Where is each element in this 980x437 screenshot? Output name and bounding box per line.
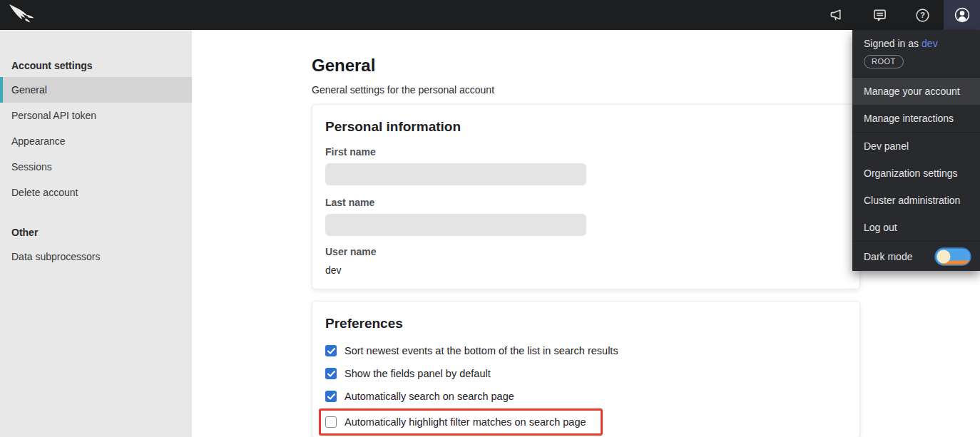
- crowdstrike-falcon-logo[interactable]: [7, 4, 39, 26]
- menu-item-label: Log out: [864, 222, 897, 233]
- sidebar-item-label: Data subprocessors: [11, 251, 101, 262]
- sidebar-item-sessions[interactable]: Sessions: [0, 154, 192, 180]
- preference-label: Show the fields panel by default: [344, 368, 491, 379]
- first-name-label: First name: [325, 146, 847, 158]
- preferences-card: Preferences Sort newest events at the bo…: [312, 301, 860, 437]
- user-name-label: User name: [325, 246, 847, 257]
- check-icon: [327, 348, 335, 354]
- menu-item-organization-settings[interactable]: Organization settings: [852, 160, 980, 187]
- preference-label: Sort newest events at the bottom of the …: [344, 345, 618, 356]
- sidebar-item-label: General: [11, 84, 47, 96]
- feedback-button[interactable]: [858, 0, 901, 30]
- signed-in-as-text: Signed in as: [864, 38, 919, 49]
- sidebar-item-label: Appearance: [11, 135, 66, 147]
- megaphone-icon: [829, 7, 845, 24]
- sidebar-item-general[interactable]: General: [0, 77, 192, 103]
- page-title: General: [312, 56, 860, 76]
- username-link[interactable]: dev: [922, 38, 938, 49]
- menu-item-manage-interactions[interactable]: Manage interactions: [852, 105, 980, 132]
- card-title: Personal information: [325, 119, 847, 135]
- preference-row: Automatically search on search page: [325, 390, 847, 403]
- personal-information-card: Personal information First name Last nam…: [312, 104, 860, 289]
- account-menu-header: Signed in asdev ROOT: [852, 30, 980, 78]
- preference-row: Show the fields panel by default: [325, 367, 847, 380]
- sidebar-item-data-subprocessors[interactable]: Data subprocessors: [0, 244, 192, 269]
- check-icon: [327, 371, 335, 377]
- falcon-icon: [7, 4, 39, 26]
- checkbox-show-fields-panel[interactable]: [325, 368, 337, 379]
- last-name-label: Last name: [325, 197, 847, 208]
- sidebar-section-header: Account settings: [0, 30, 192, 77]
- sidebar-section-header: Other: [0, 205, 192, 244]
- settings-sidebar: Account settings General Personal API to…: [0, 30, 192, 437]
- chat-bubble-icon: [872, 7, 888, 24]
- sidebar-item-delete-account[interactable]: Delete account: [0, 180, 192, 205]
- top-navigation-bar: ?: [0, 0, 980, 30]
- checkbox-automatically-search[interactable]: [325, 391, 337, 402]
- svg-text:?: ?: [919, 11, 924, 19]
- account-dropdown-menu: Signed in asdev ROOT Manage your account…: [852, 30, 980, 271]
- dark-mode-row: Dark mode: [852, 241, 980, 271]
- menu-item-label: Dev panel: [864, 140, 909, 152]
- preference-row: Sort newest events at the bottom of the …: [325, 344, 847, 357]
- sidebar-item-label: Sessions: [11, 161, 52, 173]
- day-night-toggle-icon: [934, 247, 971, 266]
- preference-label: Automatically highlight filter matches o…: [344, 416, 586, 428]
- checkbox-sort-newest-events[interactable]: [325, 345, 337, 356]
- last-name-input[interactable]: [325, 214, 586, 236]
- dark-mode-label: Dark mode: [864, 251, 912, 262]
- check-icon: [327, 394, 335, 400]
- sidebar-item-label: Delete account: [11, 187, 78, 198]
- checkbox-automatically-highlight-filter-matches[interactable]: [325, 416, 337, 428]
- announcements-button[interactable]: [815, 0, 858, 30]
- sidebar-item-appearance[interactable]: Appearance: [0, 128, 192, 154]
- help-button[interactable]: ?: [901, 0, 944, 30]
- user-name-value: dev: [325, 264, 847, 276]
- menu-item-manage-your-account[interactable]: Manage your account: [852, 78, 980, 105]
- menu-item-cluster-administration[interactable]: Cluster administration: [852, 187, 980, 214]
- page-subtitle: General settings for the personal accoun…: [312, 84, 860, 96]
- help-circle-icon: ?: [914, 7, 931, 24]
- menu-item-dev-panel[interactable]: Dev panel: [852, 133, 980, 160]
- preference-label: Automatically search on search page: [344, 391, 514, 402]
- sidebar-item-label: Personal API token: [11, 110, 96, 121]
- dark-mode-toggle[interactable]: [934, 247, 971, 266]
- menu-item-label: Manage your account: [864, 86, 960, 97]
- topbar-actions: ?: [815, 0, 980, 30]
- first-name-input[interactable]: [325, 163, 586, 185]
- menu-item-label: Organization settings: [864, 168, 958, 179]
- card-title: Preferences: [325, 316, 847, 331]
- main-content: General General settings for the persona…: [312, 30, 860, 437]
- app-root: ? Account settings General Personal API …: [0, 0, 980, 437]
- account-menu-button[interactable]: [944, 0, 980, 30]
- menu-item-label: Cluster administration: [864, 195, 960, 206]
- sidebar-item-personal-api-token[interactable]: Personal API token: [0, 103, 192, 128]
- user-avatar-icon: [953, 6, 971, 24]
- red-annotation-highlight: Automatically highlight filter matches o…: [319, 408, 603, 436]
- menu-item-label: Manage interactions: [864, 113, 954, 124]
- root-role-badge: ROOT: [864, 55, 904, 68]
- menu-item-log-out[interactable]: Log out: [852, 214, 980, 241]
